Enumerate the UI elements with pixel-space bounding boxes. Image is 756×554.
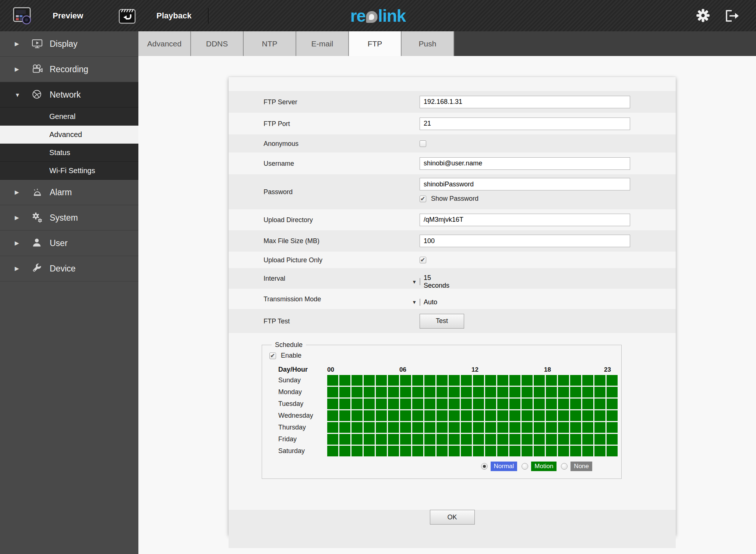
schedule-cell[interactable] <box>607 446 618 456</box>
schedule-cell[interactable] <box>400 422 411 433</box>
anonymous-checkbox[interactable] <box>420 140 426 147</box>
schedule-cell[interactable] <box>546 387 557 397</box>
schedule-cell[interactable] <box>412 399 423 409</box>
chevron-right-icon[interactable]: ▶ <box>15 214 19 221</box>
schedule-cell[interactable] <box>400 434 411 445</box>
schedule-cell[interactable] <box>558 434 569 445</box>
schedule-cell[interactable] <box>388 446 399 456</box>
schedule-cell[interactable] <box>509 410 520 421</box>
show-password-checkbox[interactable] <box>420 196 426 202</box>
schedule-cell[interactable] <box>473 422 484 433</box>
schedule-cell[interactable] <box>570 387 581 397</box>
schedule-cell[interactable] <box>388 387 399 397</box>
max-file-size-mb--input[interactable] <box>420 235 630 247</box>
schedule-cell[interactable] <box>607 387 618 397</box>
schedule-cell[interactable] <box>327 399 338 409</box>
ok-button[interactable]: OK <box>430 510 475 525</box>
schedule-cell[interactable] <box>412 434 423 445</box>
schedule-cell[interactable] <box>424 422 435 433</box>
schedule-cell[interactable] <box>351 387 363 397</box>
schedule-cell[interactable] <box>558 375 569 386</box>
upload-picture-only-checkbox[interactable] <box>420 257 426 263</box>
schedule-cell[interactable] <box>582 434 593 445</box>
schedule-cell[interactable] <box>339 387 350 397</box>
schedule-cell[interactable] <box>327 434 338 445</box>
schedule-cell[interactable] <box>522 375 533 386</box>
schedule-cell[interactable] <box>339 422 350 433</box>
schedule-cell[interactable] <box>376 434 387 445</box>
username-input[interactable] <box>420 157 630 170</box>
schedule-cell[interactable] <box>376 422 387 433</box>
schedule-cell[interactable] <box>534 434 545 445</box>
schedule-cell[interactable] <box>497 399 508 409</box>
schedule-cell[interactable] <box>509 422 520 433</box>
schedule-cell[interactable] <box>449 446 460 456</box>
schedule-cell[interactable] <box>339 434 350 445</box>
schedule-cell[interactable] <box>594 375 605 386</box>
schedule-cell[interactable] <box>400 446 411 456</box>
schedule-cell[interactable] <box>582 387 593 397</box>
schedule-cell[interactable] <box>558 422 569 433</box>
chevron-right-icon[interactable]: ▶ <box>15 265 19 272</box>
schedule-cell[interactable] <box>437 434 448 445</box>
schedule-cell[interactable] <box>473 410 484 421</box>
schedule-cell[interactable] <box>570 422 581 433</box>
none-radio[interactable] <box>561 463 568 470</box>
schedule-cell[interactable] <box>351 375 363 386</box>
schedule-cell[interactable] <box>388 410 399 421</box>
schedule-cell[interactable] <box>546 422 557 433</box>
schedule-cell[interactable] <box>497 410 508 421</box>
upload-directory-input[interactable] <box>420 214 630 226</box>
normal-mode-label[interactable]: Normal <box>491 462 517 471</box>
schedule-cell[interactable] <box>388 422 399 433</box>
sidebar-item-network[interactable]: ▼Network <box>0 82 138 108</box>
schedule-cell[interactable] <box>570 446 581 456</box>
schedule-cell[interactable] <box>364 375 375 386</box>
schedule-cell[interactable] <box>522 446 533 456</box>
schedule-cell[interactable] <box>594 387 605 397</box>
schedule-cell[interactable] <box>327 410 338 421</box>
schedule-cell[interactable] <box>400 375 411 386</box>
schedule-cell[interactable] <box>327 446 338 456</box>
schedule-cell[interactable] <box>412 410 423 421</box>
chevron-right-icon[interactable]: ▶ <box>15 240 19 246</box>
schedule-cell[interactable] <box>534 375 545 386</box>
schedule-cell[interactable] <box>594 446 605 456</box>
schedule-cell[interactable] <box>534 399 545 409</box>
schedule-cell[interactable] <box>461 387 472 397</box>
schedule-cell[interactable] <box>351 410 363 421</box>
schedule-cell[interactable] <box>509 375 520 386</box>
schedule-cell[interactable] <box>364 434 375 445</box>
sidebar-subitem-wi-fi-settings[interactable]: Wi-Fi Settings <box>0 162 138 180</box>
schedule-cell[interactable] <box>485 375 496 386</box>
schedule-cell[interactable] <box>558 410 569 421</box>
schedule-cell[interactable] <box>327 387 338 397</box>
password-input[interactable] <box>420 178 630 190</box>
schedule-cell[interactable] <box>437 410 448 421</box>
schedule-cell[interactable] <box>388 399 399 409</box>
schedule-cell[interactable] <box>376 399 387 409</box>
schedule-cell[interactable] <box>582 410 593 421</box>
sidebar-subitem-advanced[interactable]: Advanced <box>0 126 138 144</box>
schedule-cell[interactable] <box>522 410 533 421</box>
schedule-cell[interactable] <box>351 434 363 445</box>
schedule-cell[interactable] <box>449 422 460 433</box>
schedule-cell[interactable] <box>546 434 557 445</box>
schedule-cell[interactable] <box>594 410 605 421</box>
schedule-cell[interactable] <box>546 410 557 421</box>
schedule-cell[interactable] <box>558 446 569 456</box>
motion-mode-label[interactable]: Motion <box>531 462 557 471</box>
schedule-cell[interactable] <box>388 434 399 445</box>
none-mode-label[interactable]: None <box>570 462 592 471</box>
schedule-cell[interactable] <box>570 410 581 421</box>
ftp-test-button[interactable]: Test <box>420 314 464 329</box>
logout-icon[interactable] <box>723 9 739 23</box>
sidebar-subitem-general[interactable]: General <box>0 108 138 126</box>
nav-playback[interactable]: Playback <box>156 0 191 31</box>
schedule-cell[interactable] <box>607 422 618 433</box>
schedule-cell[interactable] <box>400 387 411 397</box>
schedule-cell[interactable] <box>509 446 520 456</box>
schedule-cell[interactable] <box>522 434 533 445</box>
schedule-cell[interactable] <box>437 422 448 433</box>
schedule-cell[interactable] <box>582 375 593 386</box>
